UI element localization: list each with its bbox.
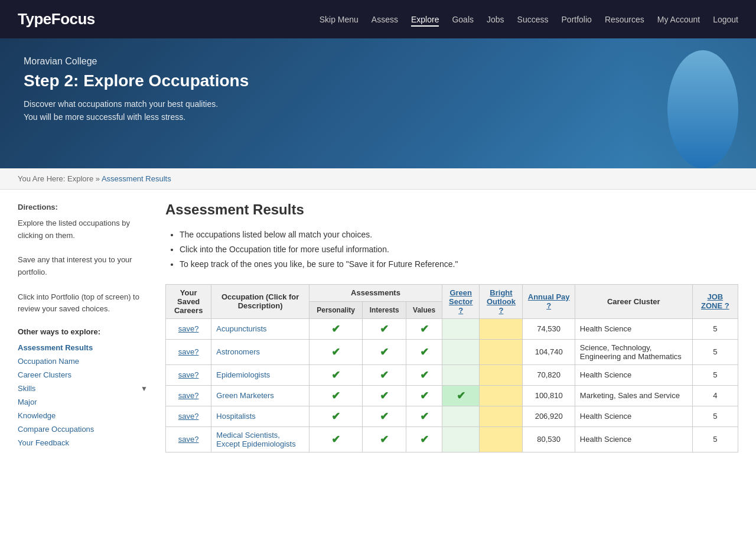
breadcrumb-prefix: You Are Here: Explore »: [18, 174, 100, 183]
job-zone-cell: 5: [692, 318, 738, 339]
occupation-link[interactable]: Medical Scientists, Except Epidemiologis…: [216, 431, 295, 448]
job-zone-cell: 5: [692, 364, 738, 385]
sidebar-link-skills[interactable]: Skills: [18, 384, 35, 393]
th-bright: Bright Outlook ?: [480, 284, 523, 318]
main-layout: Directions: Explore the listed occupatio…: [0, 190, 756, 464]
breadcrumb: You Are Here: Explore » Assessment Resul…: [0, 168, 756, 190]
occupation-link[interactable]: Acupuncturists: [216, 324, 266, 333]
th-zone: JOB ZONE ?: [692, 284, 738, 318]
sidebar-item: Major: [18, 395, 148, 409]
sidebar-item: Career Clusters: [18, 368, 148, 382]
chevron-down-icon: ▼: [141, 385, 148, 393]
sidebar-nav: Assessment ResultsOccupation NameCareer …: [18, 341, 148, 450]
nav-link-my-account[interactable]: My Account: [657, 15, 700, 24]
check-icon: ✔: [380, 411, 389, 422]
sidebar-link-compare-occupations[interactable]: Compare Occupations: [18, 425, 94, 434]
sidebar-item: Skills▼: [18, 382, 148, 395]
nav-link-success[interactable]: Success: [517, 15, 549, 24]
portfolio-text: Click into Portfolio (top of screen) to …: [18, 292, 139, 314]
sidebar-directions: Directions: Explore the listed occupatio…: [18, 201, 148, 315]
bullet-item: To keep track of the ones you like, be s…: [180, 257, 738, 272]
career-cluster-cell: Marketing, Sales and Service: [575, 385, 692, 406]
th-interests: Interests: [363, 302, 406, 318]
check-icon: ✔: [420, 411, 429, 422]
other-ways-label: Other ways to explore:: [18, 327, 148, 336]
save-link[interactable]: save?: [178, 347, 199, 356]
table-row: save?Green Marketers✔✔✔✔100,810Marketing…: [166, 385, 738, 406]
table-body: save?Acupuncturists✔✔✔74,530Health Scien…: [166, 318, 738, 452]
main-content: Assessment Results The occupations liste…: [165, 201, 738, 452]
career-cluster-cell: Health Science: [575, 406, 692, 426]
annual-pay-cell: 80,530: [523, 426, 575, 452]
sidebar-link-assessment-results[interactable]: Assessment Results: [18, 343, 93, 352]
occupation-link[interactable]: Green Marketers: [216, 391, 274, 400]
table-row: save?Medical Scientists, Except Epidemio…: [166, 426, 738, 452]
job-zone-link[interactable]: JOB ZONE ?: [701, 292, 729, 310]
check-icon: ✔: [420, 346, 429, 358]
sidebar-link-career-clusters[interactable]: Career Clusters: [18, 370, 71, 379]
green-check-icon: ✔: [457, 390, 465, 402]
check-icon: ✔: [380, 323, 389, 335]
annual-pay-cell: 206,920: [523, 406, 575, 426]
table-row: save?Astronomers✔✔✔104,740Science, Techn…: [166, 339, 738, 364]
nav-link-assess[interactable]: Assess: [372, 15, 398, 24]
green-sector-link[interactable]: Green Sector ?: [449, 288, 472, 315]
job-zone-cell: 4: [692, 385, 738, 406]
sidebar-link-major[interactable]: Major: [18, 398, 37, 406]
hero-image: [626, 38, 756, 168]
sidebar-link-your-feedback[interactable]: Your Feedback: [18, 438, 69, 447]
check-icon: ✔: [331, 346, 340, 358]
save-link[interactable]: save?: [178, 324, 199, 333]
bullet-item: The occupations listed below all match y…: [180, 227, 738, 242]
th-green: Green Sector ?: [442, 284, 480, 318]
th-occupation: Occupation (Click for Description): [211, 284, 309, 318]
save-link[interactable]: save?: [178, 435, 199, 444]
hero-figure: [662, 50, 744, 168]
nav-link-explore[interactable]: Explore: [411, 15, 439, 27]
career-cluster-cell: Health Science: [575, 426, 692, 452]
breadcrumb-current[interactable]: Assessment Results: [102, 174, 171, 183]
nav-link-goals[interactable]: Goals: [452, 15, 474, 24]
sidebar-link-knowledge[interactable]: Knowledge: [18, 411, 56, 420]
sidebar-item: Occupation Name: [18, 354, 148, 368]
save-link[interactable]: save?: [178, 391, 199, 400]
site-logo: TypeFocus: [18, 10, 95, 28]
save-link[interactable]: save?: [178, 412, 199, 421]
occupation-link[interactable]: Astronomers: [216, 347, 260, 356]
nav-link-skip-menu[interactable]: Skip Menu: [320, 15, 359, 24]
check-icon: ✔: [331, 434, 340, 445]
save-link[interactable]: save?: [178, 370, 199, 379]
occupation-link[interactable]: Epidemiologists: [216, 370, 270, 379]
sidebar: Directions: Explore the listed occupatio…: [18, 201, 148, 452]
bright-outlook-link[interactable]: Bright Outlook ?: [487, 288, 516, 315]
nav-link-jobs[interactable]: Jobs: [487, 15, 504, 24]
table-row: save?Hospitalists✔✔✔206,920Health Scienc…: [166, 406, 738, 426]
check-icon: ✔: [380, 346, 389, 358]
hero-section: Moravian College Step 2: Explore Occupat…: [0, 38, 756, 168]
check-icon: ✔: [420, 323, 429, 335]
th-pay: Annual Pay ?: [523, 284, 575, 318]
annual-pay-cell: 70,820: [523, 364, 575, 385]
job-zone-cell: 5: [692, 426, 738, 452]
nav-link-resources[interactable]: Resources: [605, 15, 644, 24]
annual-pay-cell: 100,810: [523, 385, 575, 406]
occupation-link[interactable]: Hospitalists: [216, 412, 255, 421]
sidebar-link-occupation-name[interactable]: Occupation Name: [18, 357, 79, 366]
page-title: Assessment Results: [165, 201, 738, 218]
annual-pay-link[interactable]: Annual Pay ?: [528, 292, 570, 310]
table-row: save?Acupuncturists✔✔✔74,530Health Scien…: [166, 318, 738, 339]
directions-text: Explore the listed occupations by clicki…: [18, 219, 130, 240]
directions-label: Directions:: [18, 201, 148, 214]
career-cluster-cell: Health Science: [575, 364, 692, 385]
nav-link-portfolio[interactable]: Portfolio: [562, 15, 592, 24]
bullet-item: Click into the Occupation title for more…: [180, 242, 738, 257]
nav-link-logout[interactable]: Logout: [713, 15, 738, 24]
check-icon: ✔: [420, 390, 429, 402]
th-personality: Personality: [309, 302, 362, 318]
sidebar-item: Compare Occupations: [18, 422, 148, 436]
top-navigation: TypeFocus Skip MenuAssessExploreGoalsJob…: [0, 0, 756, 38]
annual-pay-cell: 104,740: [523, 339, 575, 364]
career-cluster-cell: Health Science: [575, 318, 692, 339]
check-icon: ✔: [331, 369, 340, 381]
check-icon: ✔: [380, 390, 389, 402]
